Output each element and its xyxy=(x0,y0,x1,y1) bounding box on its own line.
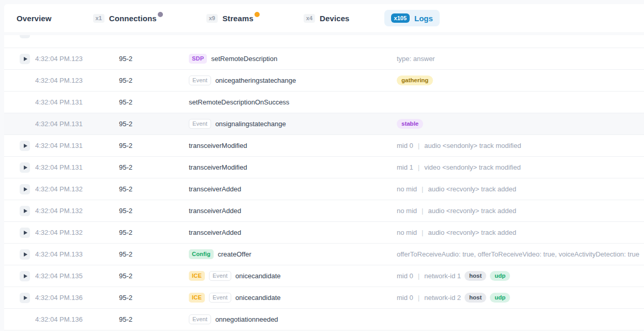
expand-cell xyxy=(20,271,35,281)
play-icon xyxy=(24,144,27,148)
log-row[interactable]: 4:32:04 PM.131 95-2 Eventonsignalingstat… xyxy=(4,113,644,135)
tab-devices-label: Devices xyxy=(320,14,349,23)
log-details: gathering xyxy=(397,76,644,86)
log-row[interactable]: 4:32:04 PM.123 95-2 SDPsetRemoteDescript… xyxy=(4,48,644,70)
expand-row-button[interactable] xyxy=(20,228,30,238)
log-detail-text: mid 0 xyxy=(397,142,413,149)
log-details: stable xyxy=(397,119,644,129)
tab-overview[interactable]: Overview xyxy=(17,14,52,23)
expand-row-button[interactable] xyxy=(20,249,30,260)
log-status-badge: host xyxy=(465,293,486,303)
log-detail-text: video <sendonly> track modified xyxy=(424,163,520,171)
log-connection-id: 95-2 xyxy=(119,142,189,149)
log-event-name: transceiverAdded xyxy=(189,185,241,193)
log-row[interactable]: 4:32:04 PM.131 95-2 transceiverModified … xyxy=(4,157,644,178)
expand-row-button[interactable] xyxy=(20,184,30,194)
log-event: transceiverAdded xyxy=(189,185,397,193)
log-connection-id: 95-2 xyxy=(119,207,189,215)
play-icon xyxy=(24,187,27,191)
tab-connections[interactable]: x1 Connections xyxy=(93,14,163,23)
log-row[interactable]: 4:32:04 PM.132 95-2 transceiverAdded no … xyxy=(4,222,644,244)
log-event-name: transceiverAdded xyxy=(189,207,241,215)
tab-connections-label: Connections xyxy=(109,14,157,23)
expand-cell xyxy=(20,54,35,64)
log-event-name: setRemoteDescriptionOnSuccess xyxy=(189,98,289,106)
log-timestamp: 4:32:04 PM.123 xyxy=(35,77,119,84)
log-row[interactable]: 4:32:04 PM.131 95-2 transceiverModified … xyxy=(4,135,644,157)
play-icon xyxy=(24,252,27,257)
log-row[interactable]: 4:32:04 PM.135 95-2 ICEEventonicecandida… xyxy=(4,265,644,287)
log-timestamp: 4:32:04 PM.132 xyxy=(35,185,119,193)
log-event-name: transceiverModified xyxy=(189,163,247,171)
log-detail-text: no mid xyxy=(397,207,417,215)
log-event-name: onsignalingstatechange xyxy=(215,120,286,128)
expand-row-button[interactable] xyxy=(20,271,30,281)
log-connection-id: 95-2 xyxy=(119,120,189,128)
expand-row-button[interactable] xyxy=(20,162,30,173)
log-category-badge-event: Event xyxy=(189,119,211,129)
log-timestamp: 4:32:04 PM.131 xyxy=(35,98,119,106)
log-details: no mid|audio <recvonly> track added xyxy=(397,185,644,193)
log-event: Eventonnegotiationneeded xyxy=(189,314,397,324)
expand-row-button[interactable] xyxy=(20,206,30,216)
log-event: transceiverModified xyxy=(189,142,397,149)
log-event: Eventonicegatheringstatechange xyxy=(189,76,397,85)
tab-streams-label: Streams xyxy=(222,14,253,23)
log-details: mid 0|audio <sendonly> track modified xyxy=(397,142,644,149)
expand-cell xyxy=(20,184,35,194)
play-icon xyxy=(24,166,27,170)
log-event: ICEEventonicecandidate xyxy=(189,271,397,281)
log-detail-text: network-id 1 xyxy=(424,272,461,280)
play-icon xyxy=(24,231,27,235)
expand-cell xyxy=(20,293,35,303)
log-event-name: onnegotiationneeded xyxy=(215,315,278,323)
log-timestamp: 4:32:04 PM.135 xyxy=(35,272,119,280)
log-status-badge: gathering xyxy=(397,76,433,86)
expand-row-button[interactable] xyxy=(20,141,30,151)
log-connection-id: 95-2 xyxy=(119,294,189,302)
log-row[interactable]: 4:32:04 PM.136 95-2 Eventonnegotiationne… xyxy=(4,309,644,330)
log-event-name: onicecandidate xyxy=(235,272,280,280)
log-row[interactable]: 4:32:04 PM.136 95-2 ICEEventonicecandida… xyxy=(4,287,644,309)
log-row[interactable]: 4:32:04 PM.133 95-2 ConfigcreateOffer of… xyxy=(4,244,644,265)
tab-devices-count-badge: x4 xyxy=(304,14,315,23)
log-event: setRemoteDescriptionOnSuccess xyxy=(189,98,397,106)
log-category-badge-config: Config xyxy=(189,249,214,259)
tab-streams[interactable]: x9 Streams xyxy=(206,14,260,23)
tab-logs-selected[interactable]: x105 Logs xyxy=(384,10,440,26)
tab-bar: Overview x1 Connections x9 Streams x4 De… xyxy=(4,4,644,32)
log-timestamp: 4:32:04 PM.131 xyxy=(35,142,119,149)
log-connection-id: 95-2 xyxy=(119,185,189,193)
log-details: no mid|audio <recvonly> track added xyxy=(397,229,644,236)
log-event-name: onicegatheringstatechange xyxy=(215,77,296,84)
log-category-badge-ice: ICE xyxy=(189,271,205,281)
log-connection-id: 95-2 xyxy=(119,272,189,280)
log-timestamp: 4:32:04 PM.132 xyxy=(35,207,119,215)
expand-cell xyxy=(20,228,35,238)
log-details: type: answer xyxy=(397,55,644,63)
pipe-separator: | xyxy=(421,229,424,236)
tab-connections-count-badge: x1 xyxy=(93,14,104,23)
expand-row-button[interactable] xyxy=(20,54,30,64)
pipe-separator: | xyxy=(417,294,421,302)
play-icon xyxy=(24,57,27,61)
log-event: transceiverModified xyxy=(189,163,397,171)
log-detail-text: audio <recvonly> track added xyxy=(428,229,516,236)
log-event-name: onicecandidate xyxy=(235,294,280,302)
log-row[interactable]: 4:32:04 PM.132 95-2 transceiverAdded no … xyxy=(4,200,644,222)
log-detail-text: mid 0 xyxy=(397,272,413,280)
pipe-separator: | xyxy=(417,142,421,149)
expand-row-button[interactable] xyxy=(20,293,30,303)
log-row[interactable]: 4:32:04 PM.132 95-2 transceiverAdded no … xyxy=(4,178,644,200)
log-row[interactable]: 4:32:04 PM.131 95-2 setRemoteDescription… xyxy=(4,92,644,113)
tab-logs-count-badge: x105 xyxy=(391,13,410,23)
partial-log-row xyxy=(4,35,644,48)
tab-devices[interactable]: x4 Devices xyxy=(304,14,350,23)
expand-row-button[interactable] xyxy=(20,35,30,38)
log-detail-text: offerToReceiveAudio: true, offerToReceiv… xyxy=(397,250,639,258)
log-event: transceiverAdded xyxy=(189,207,397,215)
log-connection-id: 95-2 xyxy=(119,55,189,63)
log-row[interactable]: 4:32:04 PM.123 95-2 Eventonicegatherings… xyxy=(4,70,644,92)
log-timestamp: 4:32:04 PM.131 xyxy=(35,120,119,128)
log-details: offerToReceiveAudio: true, offerToReceiv… xyxy=(397,250,644,258)
